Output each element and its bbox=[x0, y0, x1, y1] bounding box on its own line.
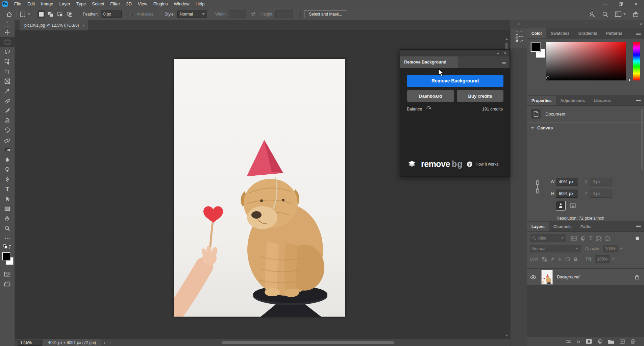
gradient-tool[interactable] bbox=[0, 145, 15, 155]
adjustment-layer-icon[interactable] bbox=[597, 339, 602, 344]
horizontal-scroll-thumb[interactable] bbox=[222, 341, 394, 344]
hand-tool[interactable] bbox=[0, 214, 15, 223]
layer-lock-icon[interactable] bbox=[635, 275, 639, 279]
tab-properties[interactable]: Properties bbox=[527, 96, 556, 105]
dodge-tool[interactable] bbox=[0, 165, 15, 174]
menu-view[interactable]: View bbox=[135, 0, 150, 8]
hue-slider-arrow[interactable] bbox=[629, 78, 632, 82]
layer-style-icon[interactable]: fx bbox=[577, 339, 580, 344]
lock-artboard-icon[interactable] bbox=[565, 257, 570, 262]
edit-toolbar-button[interactable] bbox=[0, 233, 15, 243]
new-selection-mode[interactable] bbox=[38, 10, 45, 18]
lasso-tool[interactable] bbox=[0, 47, 15, 57]
layers-panel-menu-icon[interactable] bbox=[636, 225, 641, 225]
new-layer-icon[interactable] bbox=[620, 339, 625, 344]
collapse-panel-icon[interactable]: « bbox=[497, 51, 499, 55]
landscape-orientation-button[interactable] bbox=[568, 201, 577, 210]
eraser-tool[interactable] bbox=[0, 135, 15, 145]
brush-tool[interactable] bbox=[0, 106, 15, 116]
account-icon[interactable] bbox=[589, 11, 595, 18]
eyedropper-tool[interactable] bbox=[0, 86, 15, 96]
document-tab[interactable]: pic1001.jpg @ 12,5% (RGB/8) × bbox=[20, 20, 88, 30]
menu-edit[interactable]: Edit bbox=[24, 0, 38, 8]
opacity-input[interactable]: 100% bbox=[603, 245, 618, 252]
filter-shape-icon[interactable] bbox=[596, 236, 601, 241]
scroll-up-icon[interactable]: ▲ bbox=[504, 36, 509, 41]
default-swap-colors[interactable] bbox=[0, 243, 15, 251]
delete-layer-icon[interactable] bbox=[630, 339, 635, 344]
collapse-toolbar-icon[interactable]: » bbox=[6, 20, 8, 24]
add-mask-icon[interactable] bbox=[586, 339, 592, 344]
layer-thumbnail[interactable] bbox=[541, 270, 553, 285]
blur-tool[interactable] bbox=[0, 155, 15, 165]
menu-file[interactable]: File bbox=[11, 0, 24, 8]
path-selection-tool[interactable] bbox=[0, 194, 15, 204]
tab-paths[interactable]: Paths bbox=[576, 222, 596, 231]
link-dimensions-icon[interactable] bbox=[535, 180, 540, 194]
menu-window[interactable]: Window bbox=[171, 0, 192, 8]
swap-dimensions-icon[interactable] bbox=[250, 11, 256, 17]
lock-all-icon[interactable] bbox=[573, 257, 578, 262]
spot-healing-brush-tool[interactable] bbox=[0, 96, 15, 106]
how-it-works-link[interactable]: How it works bbox=[476, 162, 499, 167]
close-document-icon[interactable]: × bbox=[82, 23, 85, 28]
frame-tool[interactable] bbox=[0, 76, 15, 86]
filter-toggle[interactable] bbox=[636, 237, 639, 240]
properties-panel-menu-icon[interactable] bbox=[636, 99, 641, 99]
restore-button[interactable] bbox=[613, 0, 628, 8]
hue-slider[interactable] bbox=[633, 42, 640, 80]
tab-layers[interactable]: Layers bbox=[527, 222, 549, 231]
tab-color[interactable]: Color bbox=[527, 28, 546, 38]
refresh-icon[interactable] bbox=[426, 106, 431, 112]
x-value-input[interactable]: 0 px bbox=[590, 178, 612, 186]
y-value-input[interactable]: 0 px bbox=[590, 190, 612, 198]
menu-image[interactable]: Image bbox=[38, 0, 56, 8]
lock-transparent-icon[interactable] bbox=[542, 257, 547, 262]
help-icon[interactable]: ? bbox=[467, 162, 472, 167]
lock-pixels-icon[interactable] bbox=[550, 257, 554, 262]
buy-credits-button[interactable]: Buy credits bbox=[457, 90, 503, 102]
menu-help[interactable]: Help bbox=[193, 0, 208, 8]
blend-mode-select[interactable]: Normal bbox=[530, 245, 580, 252]
tab-gradients[interactable]: Gradients bbox=[574, 28, 602, 38]
minimize-button[interactable]: — bbox=[597, 0, 613, 8]
home-icon[interactable] bbox=[6, 11, 13, 18]
crop-tool[interactable] bbox=[0, 67, 15, 76]
move-tool[interactable] bbox=[0, 27, 15, 37]
tab-swatches[interactable]: Swatches bbox=[546, 28, 574, 38]
height-value-input[interactable]: 6091 px bbox=[556, 190, 578, 198]
scroll-down-icon[interactable]: ▼ bbox=[504, 333, 509, 338]
foreground-background-swatches[interactable] bbox=[1, 252, 14, 267]
menu-plugins[interactable]: Plugins bbox=[150, 0, 171, 8]
zoom-level-input[interactable]: 12,5% bbox=[18, 340, 42, 346]
color-field-cursor[interactable] bbox=[546, 76, 549, 79]
link-layers-icon[interactable] bbox=[566, 340, 571, 343]
history-brush-tool[interactable] bbox=[0, 125, 15, 135]
filter-smart-object-icon[interactable] bbox=[605, 236, 610, 241]
screen-mode-button[interactable] bbox=[0, 279, 15, 289]
foreground-color-swatch[interactable] bbox=[2, 252, 10, 260]
menu-filter[interactable]: Filter bbox=[107, 0, 123, 8]
width-value-input[interactable]: 4061 px bbox=[556, 178, 578, 186]
expand-dock-icon[interactable]: » bbox=[640, 22, 642, 26]
share-icon[interactable] bbox=[633, 11, 639, 17]
canvas-photo[interactable] bbox=[174, 59, 345, 317]
intersect-selection-mode[interactable] bbox=[66, 10, 73, 18]
foreground-color-swatch[interactable] bbox=[531, 43, 540, 52]
menu-select[interactable]: Select bbox=[89, 0, 107, 8]
portrait-orientation-button[interactable] bbox=[556, 201, 565, 210]
remove-background-button[interactable]: Remove Background bbox=[407, 75, 503, 87]
collapse-dock-icon[interactable]: « bbox=[518, 22, 520, 26]
filter-type-icon[interactable]: T bbox=[589, 236, 592, 241]
menu-layer[interactable]: Layer bbox=[56, 0, 74, 8]
fill-input[interactable]: 100% bbox=[595, 255, 610, 263]
filter-adjustment-icon[interactable] bbox=[580, 236, 586, 241]
tab-patterns[interactable]: Patterns bbox=[602, 28, 627, 38]
zoom-tool[interactable] bbox=[0, 223, 15, 233]
panel-menu-icon[interactable] bbox=[502, 61, 506, 61]
style-select[interactable]: Normal bbox=[177, 10, 207, 18]
height-input[interactable] bbox=[275, 10, 293, 18]
add-to-selection-mode[interactable] bbox=[47, 10, 54, 18]
saturation-brightness-field[interactable] bbox=[546, 42, 626, 80]
new-group-icon[interactable] bbox=[608, 339, 614, 344]
